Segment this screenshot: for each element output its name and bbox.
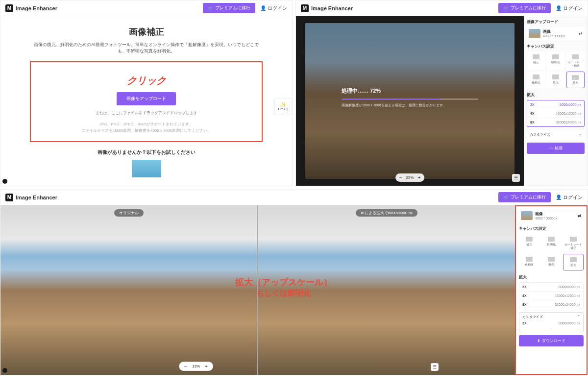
- app-logo[interactable]: M Image Enhancer: [301, 4, 353, 12]
- compare-original: オリジナル: [0, 205, 257, 375]
- canvas-area: 処理中…… 72% 画像解像度が1000 x 1000を超える場合は、処理に数分…: [296, 16, 524, 186]
- scale-option-8X[interactable]: 8X32000x24000 px: [519, 300, 583, 309]
- tool-icon: [552, 74, 559, 79]
- app-logo[interactable]: M Image Enhancer: [5, 194, 57, 201]
- original-tag: オリジナル: [114, 209, 144, 217]
- customize-row[interactable]: カスタマイズ⌄: [527, 130, 585, 140]
- notes-button[interactable]: ☰: [512, 174, 520, 182]
- tool-鮮明化[interactable]: 鮮明化: [546, 51, 564, 70]
- tool-復元[interactable]: 復元: [541, 254, 562, 270]
- panel-upload-landing: M Image Enhancer プレミアムに移行 ログイン 画像補正 画像の復…: [0, 0, 293, 186]
- zoom-in-button[interactable]: +: [418, 175, 421, 180]
- side-shortcut-tab[interactable]: Ctrl+Q: [274, 98, 292, 114]
- upload-button[interactable]: 画像をアップロード: [117, 92, 176, 105]
- premium-button[interactable]: プレミアムに移行: [203, 3, 255, 13]
- canvas-settings-heading: キャンバス設定: [527, 44, 585, 49]
- sidebar: 画像 4000 * 3000px キャンバス設定 補正鮮明化ポートレート補正色補…: [515, 205, 588, 375]
- tool-拡大[interactable]: 拡大: [566, 72, 585, 88]
- scale-option-4X[interactable]: 4X16000x12000 px: [519, 292, 583, 300]
- image-thumbnail: [521, 211, 533, 220]
- drag-hint: または、ここにファイルをドラッグアンドドロップします: [36, 110, 257, 116]
- logo-mark: M: [5, 4, 13, 12]
- login-button[interactable]: ログイン: [260, 5, 287, 12]
- format-info: JPG、PNG、JPEG、BMPがサポートされています。 ファイルサイズを10M…: [36, 122, 257, 134]
- upload-heading: 画像アップロード: [527, 19, 585, 24]
- customize-box[interactable]: カスタマイズ⌃ 2X8000x6000 px: [519, 312, 584, 332]
- click-annotation: クリック: [36, 74, 257, 87]
- tool-拡大[interactable]: 拡大: [563, 254, 584, 270]
- corner-badge: [298, 179, 303, 184]
- tool-icon: [548, 237, 555, 242]
- page-title: 画像補正: [30, 26, 263, 38]
- tool-icon: [533, 54, 539, 59]
- chevron-up-icon: ⌃: [577, 315, 580, 319]
- page-subtitle: 画像の復元、鮮明化のためのAI搭載フォトツール。簡単なオンライン操作で「超解像度…: [30, 42, 263, 54]
- scale-heading: 拡大: [527, 92, 585, 98]
- tool-icon: [526, 257, 533, 262]
- tool-icon: [572, 54, 579, 59]
- swap-icon[interactable]: [578, 213, 582, 218]
- zoom-out-button[interactable]: −: [184, 364, 187, 369]
- compare-view[interactable]: オリジナル AIによる拡大で8000x6000 px 拡大（アップスケール） も…: [0, 205, 515, 375]
- sidebar: 画像アップロード 画像 4000 * 3000px キャンバス設定 補正鮮明化ポ…: [524, 16, 588, 186]
- sample-image[interactable]: [132, 160, 161, 177]
- chevron-down-icon: ⌄: [579, 132, 582, 137]
- premium-button[interactable]: プレミアムに移行: [498, 3, 551, 13]
- app-logo[interactable]: M Image Enhancer: [5, 4, 57, 12]
- user-icon: [556, 195, 562, 200]
- app-header: M Image Enhancer プレミアムに移行 ログイン: [0, 190, 588, 205]
- sparkle-icon: [280, 102, 286, 107]
- swap-icon[interactable]: [579, 31, 583, 36]
- tool-icon: [533, 74, 539, 79]
- scale-option-2X[interactable]: 2X8000x6000 px: [527, 100, 584, 109]
- login-button[interactable]: ログイン: [556, 5, 583, 12]
- zoom-in-button[interactable]: +: [205, 364, 208, 369]
- premium-button[interactable]: プレミアムに移行: [498, 192, 551, 202]
- tool-色補正[interactable]: 色補正: [527, 72, 545, 88]
- tool-icon: [570, 257, 577, 262]
- logo-text: Image Enhancer: [16, 5, 57, 11]
- tool-icon: [572, 75, 579, 80]
- tool-icon: [548, 257, 555, 262]
- scale-option-2X[interactable]: 2X8000x6000 px: [519, 283, 583, 292]
- download-button[interactable]: ダウンロード: [519, 335, 584, 346]
- tool-補正[interactable]: 補正: [519, 234, 539, 252]
- zoom-level: 13%: [192, 364, 200, 368]
- login-button[interactable]: ログイン: [556, 194, 583, 201]
- canvas-settings-heading: キャンバス設定: [519, 226, 584, 231]
- scale-option-4X[interactable]: 4X16000x12000 px: [527, 109, 584, 118]
- corner-badge: [2, 368, 7, 373]
- tool-鮮明化[interactable]: 鮮明化: [541, 234, 562, 252]
- drop-zone[interactable]: クリック 画像をアップロード または、ここにファイルをドラッグアンドドロップしま…: [30, 61, 263, 142]
- image-thumbnail: [529, 29, 540, 38]
- zoom-control: − 25% +: [395, 173, 425, 182]
- notes-button[interactable]: ☰: [431, 363, 439, 371]
- process-button[interactable]: 処理: [527, 143, 585, 154]
- scale-heading: 拡大: [519, 274, 584, 280]
- cart-icon: [503, 6, 509, 11]
- tool-icon: [526, 237, 533, 242]
- tool-復元[interactable]: 復元: [546, 72, 564, 88]
- corner-badge: [2, 179, 7, 184]
- tool-icon: [570, 237, 577, 242]
- panel-compare: M Image Enhancer プレミアムに移行 ログイン オリジナル AIに…: [0, 189, 588, 375]
- compare-annotation: 拡大（アップスケール） もしくは鮮明化: [235, 276, 332, 298]
- user-icon: [556, 5, 562, 11]
- uploaded-image-row: 画像 4000 * 3000px: [527, 27, 585, 40]
- panel-processing: M Image Enhancer プレミアムに移行 ログイン 処理中…… 72%…: [295, 0, 588, 186]
- cart-icon: [208, 6, 213, 11]
- zoom-level: 25%: [406, 175, 414, 180]
- try-samples-label: 画像がありませんか？以下をお試しください: [30, 149, 263, 156]
- zoom-control: − 13% +: [179, 362, 213, 371]
- zoom-out-button[interactable]: −: [399, 175, 402, 180]
- tool-icon: [552, 54, 559, 59]
- scale-option-8X[interactable]: 8X32000x24000 px: [527, 118, 584, 126]
- cart-icon: [503, 195, 509, 200]
- user-icon: [260, 5, 266, 11]
- tool-色補正[interactable]: 色補正: [519, 254, 539, 270]
- tool-ポートレート補正[interactable]: ポートレート補正: [566, 51, 585, 70]
- tool-補正[interactable]: 補正: [527, 51, 545, 70]
- uploaded-image-row: 画像 4000 * 3000px: [519, 209, 584, 222]
- app-header: M Image Enhancer プレミアムに移行 ログイン: [296, 0, 588, 16]
- tool-ポートレート補正[interactable]: ポートレート補正: [563, 234, 584, 252]
